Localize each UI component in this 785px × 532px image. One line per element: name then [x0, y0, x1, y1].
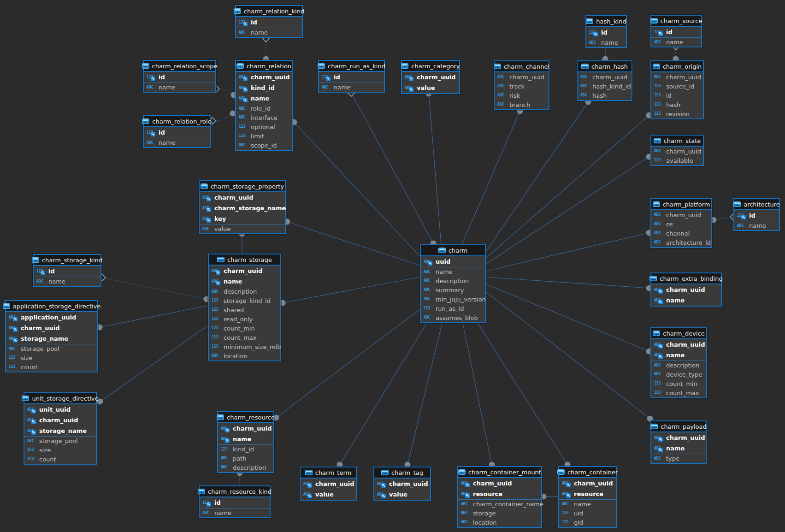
table-header[interactable]: charm_payload [651, 421, 706, 432]
column-row-uuid[interactable]: ABCuuid [421, 256, 485, 267]
column-row-name[interactable]: ABCname [421, 267, 485, 276]
table-header[interactable]: charm_relation_kind [236, 6, 302, 17]
column-row-id[interactable]: 123id [144, 127, 210, 138]
column-row-id[interactable]: 123id [144, 72, 215, 83]
column-row-name[interactable]: ABCname [734, 221, 779, 230]
column-row-role_id[interactable]: ABCrole_id [236, 104, 292, 113]
column-row-min_juju_version[interactable]: ABCmin_juju_version [421, 295, 485, 304]
column-row-description[interactable]: ABCdescription [651, 361, 706, 370]
column-row-count_max[interactable]: 123count_max [209, 333, 280, 342]
column-row-risk[interactable]: ABCrisk [495, 91, 549, 100]
column-row-name[interactable]: ABCname [586, 38, 626, 47]
relation-line-charm_relation_role-charm_relation[interactable] [212, 113, 233, 121]
table-unit_storage_directive[interactable]: unit_storage_directiveABCunit_uuidABCcha… [24, 392, 97, 465]
column-row-kind_id[interactable]: 123kind_id [218, 444, 273, 454]
relation-line-charm_storage_kind-charm_storage[interactable] [102, 278, 207, 299]
column-row-charm_uuid[interactable]: ABCcharm_uuid [301, 479, 356, 489]
column-row-id[interactable]: 123id [236, 17, 302, 28]
relation-line-charm_resource-charm[interactable] [276, 309, 420, 418]
table-charm_storage_kind[interactable]: charm_storage_kind123idABCname [33, 254, 101, 287]
table-charm_resource[interactable]: charm_resourceABCcharm_uuidABCname123kin… [217, 411, 274, 473]
relation-line-charm_platform-charm[interactable] [486, 233, 649, 271]
column-row-interface[interactable]: ABCinterface [236, 113, 292, 122]
column-row-description[interactable]: ABCdescription [209, 287, 280, 296]
table-header[interactable]: charm_device [651, 328, 706, 339]
column-row-size[interactable]: 123size [6, 353, 97, 362]
relation-line-application_storage_directive-charm_storage[interactable] [100, 306, 208, 327]
column-row-size[interactable]: 123size [24, 445, 96, 455]
table-header[interactable]: charm_source [651, 16, 701, 27]
column-row-revision[interactable]: 123revision [651, 109, 703, 118]
table-charm_source[interactable]: charm_source123idABCname [650, 15, 702, 47]
column-row-count_min[interactable]: 123count_min [651, 379, 706, 388]
relation-line-charm_storage_property-charm[interactable] [287, 222, 420, 266]
column-row-id[interactable]: 123id [651, 91, 703, 100]
column-row-storage_pool[interactable]: ABCstorage_pool [24, 436, 96, 445]
table-application_storage_directive[interactable]: application_storage_directiveABCapplicat… [5, 300, 98, 372]
column-row-storage_kind_id[interactable]: 123storage_kind_id [209, 296, 280, 305]
column-row-value[interactable]: ABCvalue [374, 489, 430, 500]
column-row-count_max[interactable]: 123count_max [651, 388, 706, 397]
column-row-charm_storage_name[interactable]: ABCcharm_storage_name [200, 203, 285, 213]
column-row-os[interactable]: ABCos [651, 219, 711, 229]
relation-line-charm_state-charm[interactable] [486, 157, 649, 264]
column-row-name[interactable]: ABCname [236, 93, 292, 104]
table-header[interactable]: charm_storage_kind [34, 255, 100, 266]
column-row-uid[interactable]: 123uid [559, 508, 616, 518]
column-row-name[interactable]: ABCname [218, 434, 273, 444]
column-row-count[interactable]: 123count [24, 455, 96, 464]
column-row-location[interactable]: ABClocation [209, 351, 280, 361]
table-hash_kind[interactable]: hash_kind123idABCname [585, 15, 627, 48]
table-header[interactable]: charm_container [559, 467, 616, 478]
table-charm_hash[interactable]: charm_hashABCcharm_uuidABChash_kind_idAB… [577, 60, 632, 101]
column-row-hash[interactable]: 123hash [651, 100, 703, 109]
relation-line-charm_run_as_kind-charm[interactable] [351, 93, 433, 243]
column-row-charm_uuid[interactable]: ABCcharm_uuid [651, 432, 706, 443]
column-row-id[interactable]: 123id [734, 210, 779, 221]
table-architecture[interactable]: architecture123idABCname [733, 198, 780, 231]
column-row-description[interactable]: ABCdescription [218, 463, 273, 472]
erd-canvas[interactable]: charm_relation_kind123idABCnamecharm_rel… [0, 0, 785, 532]
column-row-assumes_blob[interactable]: ABCassumes_blob [421, 313, 485, 322]
column-row-name[interactable]: ABCname [209, 276, 280, 287]
table-header[interactable]: hash_kind [586, 16, 626, 27]
column-row-id[interactable]: 123id [200, 497, 270, 508]
column-row-kind_id[interactable]: ABCkind_id [236, 83, 292, 93]
table-charm_storage_property[interactable]: charm_storage_propertyABCcharm_uuidABCch… [199, 180, 286, 234]
column-row-name[interactable]: ABCname [200, 508, 270, 517]
column-row-charm_uuid[interactable]: ABCcharm_uuid [200, 192, 285, 203]
table-header[interactable]: charm_relation_scope [144, 61, 215, 72]
relation-line-charm_container_mount-charm[interactable] [462, 321, 492, 465]
relation-line-charm_device-charm[interactable] [486, 284, 649, 351]
column-row-name[interactable]: ABCname [144, 83, 215, 92]
column-row-name[interactable]: ABCname [34, 277, 100, 286]
column-row-summary[interactable]: ABCsummary [421, 285, 485, 295]
column-row-minimum_size_mib[interactable]: 123minimum_size_mib [209, 342, 280, 351]
table-charm_relation[interactable]: charm_relationABCcharm_uuidABCkind_idABC… [235, 60, 293, 151]
table-header[interactable]: charm_relation [236, 61, 292, 72]
table-charm_platform[interactable]: charm_platformABCcharm_uuidABCosABCchann… [650, 198, 712, 248]
relation-line-charm_term-charm[interactable] [340, 321, 428, 465]
column-row-architecture_id[interactable]: ABCarchitecture_id [651, 238, 711, 247]
relation-line-charm_origin-charm[interactable] [486, 115, 649, 258]
table-header[interactable]: charm_container_mount [458, 467, 541, 478]
column-row-id[interactable]: 123id [34, 266, 100, 277]
relation-line-charm_storage-charm[interactable] [283, 277, 420, 303]
table-charm_run_as_kind[interactable]: charm_run_as_kind123idABCname [318, 60, 385, 93]
table-header[interactable]: application_storage_directive [6, 301, 97, 312]
column-row-charm_uuid[interactable]: ABCcharm_uuid [374, 479, 430, 489]
relation-line-unit_storage_directive-charm_storage[interactable] [100, 325, 208, 402]
table-charm_resource_kind[interactable]: charm_resource_kind123idABCname [199, 485, 271, 518]
column-row-value[interactable]: ABCvalue [200, 224, 285, 233]
column-row-value[interactable]: ABCvalue [301, 489, 356, 500]
column-row-shared[interactable]: 123shared [209, 305, 280, 314]
column-row-channel[interactable]: ABCchannel [651, 229, 711, 238]
column-row-application_uuid[interactable]: ABCapplication_uuid [6, 312, 97, 323]
column-row-track[interactable]: ABCtrack [495, 82, 549, 91]
table-charm_container_mount[interactable]: charm_container_mountABCcharm_uuidABCres… [457, 466, 542, 528]
column-row-charm_uuid[interactable]: ABCcharm_uuid [651, 210, 711, 219]
column-row-charm_uuid[interactable]: ABCcharm_uuid [24, 415, 96, 426]
table-header[interactable]: charm_resource [218, 412, 273, 423]
table-charm_relation_kind[interactable]: charm_relation_kind123idABCname [235, 5, 303, 38]
table-header[interactable]: architecture [734, 199, 779, 210]
